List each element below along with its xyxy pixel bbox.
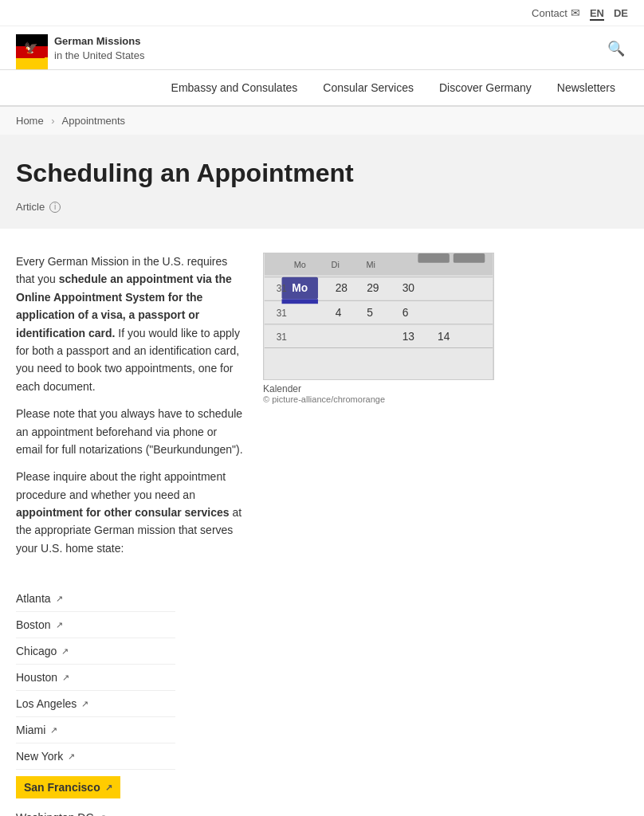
contact-link[interactable]: Contact bbox=[532, 7, 567, 19]
logo-text: German Missions in the United States bbox=[54, 34, 144, 69]
svg-text:28: 28 bbox=[336, 281, 348, 294]
main-nav: Embassy and Consulates Consular Services… bbox=[0, 70, 644, 107]
svg-text:31: 31 bbox=[277, 308, 288, 319]
logo-container: 🦅 German Missions in the United States bbox=[16, 34, 144, 69]
svg-rect-28 bbox=[418, 253, 450, 263]
svg-text:5: 5 bbox=[367, 306, 373, 319]
image-column: Mo Di Mi Mo 31 28 29 30 31 bbox=[263, 253, 494, 567]
page-title: Scheduling an Appointment bbox=[16, 159, 628, 188]
external-icon: ↗ bbox=[50, 725, 57, 736]
svg-text:Di: Di bbox=[332, 260, 340, 269]
city-link-houston[interactable]: Houston ↗ bbox=[16, 665, 175, 691]
city-link-washingtondc[interactable]: Washington DC ↗ bbox=[16, 805, 175, 816]
header-right: 🔍 bbox=[604, 37, 628, 67]
page-wrapper: Contact ✉ EN DE 🦅 German Mi bbox=[0, 0, 644, 816]
svg-rect-16 bbox=[282, 299, 318, 304]
top-bar: Contact ✉ EN DE bbox=[0, 0, 644, 26]
external-icon: ↗ bbox=[56, 594, 63, 604]
svg-text:Mo: Mo bbox=[292, 281, 308, 294]
svg-text:29: 29 bbox=[367, 281, 379, 294]
city-link-newyork[interactable]: New York ↗ bbox=[16, 743, 175, 770]
paragraph-2: Please note that you always have to sche… bbox=[16, 405, 244, 458]
svg-text:6: 6 bbox=[402, 306, 409, 319]
external-icon: ↗ bbox=[81, 699, 88, 709]
city-link-chicago[interactable]: Chicago ↗ bbox=[16, 638, 175, 665]
logo-area[interactable]: 🦅 German Missions in the United States bbox=[16, 34, 144, 69]
breadcrumb: Home › Appointments bbox=[0, 107, 644, 135]
svg-text:13: 13 bbox=[402, 330, 415, 343]
nav-discover[interactable]: Discover Germany bbox=[426, 70, 544, 105]
content-block: Every German Mission in the U.S. require… bbox=[16, 253, 494, 567]
lang-de-link[interactable]: DE bbox=[614, 7, 628, 19]
para3-plain: Please inquire about the right appointme… bbox=[16, 470, 226, 500]
breadcrumb-separator: › bbox=[51, 115, 54, 127]
mail-icon: ✉ bbox=[571, 6, 580, 19]
calendar-svg: Mo Di Mi Mo 31 28 29 30 31 bbox=[264, 253, 493, 379]
svg-text:14: 14 bbox=[438, 330, 450, 343]
text-column: Every German Mission in the U.S. require… bbox=[16, 253, 244, 567]
city-link-losangeles[interactable]: Los Angeles ↗ bbox=[16, 691, 175, 717]
city-link-boston[interactable]: Boston ↗ bbox=[16, 612, 175, 638]
city-link-miami[interactable]: Miami ↗ bbox=[16, 717, 175, 743]
para3-bold: appointment for other consular services bbox=[16, 506, 230, 519]
svg-text:31: 31 bbox=[277, 332, 288, 343]
article-label: Article i bbox=[16, 201, 628, 213]
city-list: Atlanta ↗ Boston ↗ Chicago ↗ Houston ↗ L… bbox=[16, 586, 494, 816]
svg-text:Mi: Mi bbox=[366, 260, 375, 269]
svg-text:31: 31 bbox=[277, 283, 288, 294]
city-link-atlanta[interactable]: Atlanta ↗ bbox=[16, 586, 175, 612]
nav-embassy[interactable]: Embassy and Consulates bbox=[159, 70, 311, 105]
logo-stripe bbox=[45, 34, 48, 69]
article-info-icon[interactable]: i bbox=[49, 202, 61, 213]
svg-text:🦅: 🦅 bbox=[24, 41, 38, 55]
breadcrumb-current: Appointments bbox=[62, 115, 126, 127]
paragraph-1: Every German Mission in the U.S. require… bbox=[16, 253, 244, 395]
breadcrumb-home[interactable]: Home bbox=[16, 115, 46, 127]
city-link-sanfrancisco-wrapper: San Francisco ↗ bbox=[16, 773, 494, 802]
search-button[interactable]: 🔍 bbox=[604, 37, 628, 61]
svg-rect-2 bbox=[16, 58, 45, 69]
external-icon: ↗ bbox=[62, 673, 69, 683]
svg-text:Mo: Mo bbox=[294, 260, 306, 269]
body-content: Every German Mission in the U.S. require… bbox=[0, 229, 510, 816]
city-link-sanfrancisco[interactable]: San Francisco ↗ bbox=[16, 776, 120, 798]
header: 🦅 German Missions in the United States 🔍 bbox=[0, 26, 644, 70]
external-icon: ↗ bbox=[105, 783, 112, 793]
external-icon: ↗ bbox=[56, 620, 63, 630]
image-caption: Kalender © picture-alliance/chromorange bbox=[263, 383, 494, 404]
svg-text:4: 4 bbox=[336, 306, 342, 319]
svg-rect-29 bbox=[454, 253, 485, 263]
nav-consular[interactable]: Consular Services bbox=[310, 70, 426, 105]
external-icon: ↗ bbox=[61, 646, 69, 657]
external-icon: ↗ bbox=[68, 751, 75, 762]
external-icon: ↗ bbox=[99, 813, 106, 816]
calendar-image: Mo Di Mi Mo 31 28 29 30 31 bbox=[263, 253, 494, 380]
nav-newsletters[interactable]: Newsletters bbox=[544, 70, 628, 105]
title-section: Scheduling an Appointment Article i bbox=[0, 135, 644, 229]
lang-en-link[interactable]: EN bbox=[590, 7, 604, 19]
paragraph-3: Please inquire about the right appointme… bbox=[16, 468, 244, 557]
german-eagle-logo: 🦅 bbox=[16, 34, 45, 69]
svg-text:30: 30 bbox=[402, 281, 415, 294]
